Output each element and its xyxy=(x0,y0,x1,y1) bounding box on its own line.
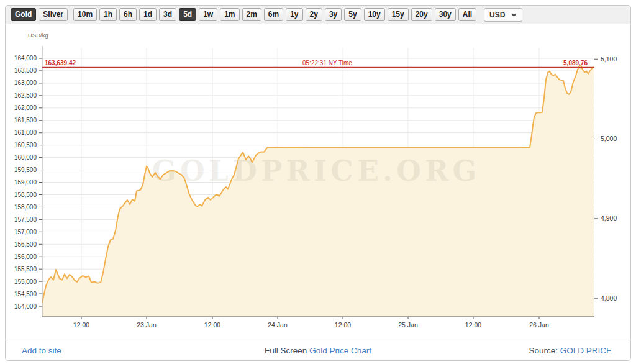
y-tick-label: 154,000 xyxy=(14,303,37,310)
y-tick-label: 160,000 xyxy=(14,154,37,161)
metal-button-silver[interactable]: Silver xyxy=(39,8,68,21)
current-price-oz-label: 5,089.76 xyxy=(563,60,588,66)
range-button-20y[interactable]: 20y xyxy=(411,8,432,21)
y-tick-label: 163,000 xyxy=(14,80,37,86)
gold-price-chart-panel: GoldSilver 10m1h6h1d3d5d1w1m2m6m1y2y3y5y… xyxy=(5,5,631,361)
y-tick-label: 160,500 xyxy=(14,142,37,148)
range-button-15y[interactable]: 15y xyxy=(388,8,409,21)
range-button-1m[interactable]: 1m xyxy=(220,8,239,21)
y-tick-label: 155,000 xyxy=(14,278,37,285)
y-tick-label: 157,500 xyxy=(14,216,37,223)
axis-unit-label: USD/kg xyxy=(28,32,48,39)
x-tick-label: 12:00 xyxy=(73,321,89,329)
range-button-3y[interactable]: 3y xyxy=(325,8,342,21)
ny-time-label: 05:22:31 NY Time xyxy=(302,60,352,66)
range-button-30y[interactable]: 30y xyxy=(435,8,456,21)
metal-button-gold[interactable]: Gold xyxy=(11,8,36,21)
range-button-2m[interactable]: 2m xyxy=(242,8,261,21)
y-tick-label: 157,000 xyxy=(14,229,37,235)
y-tick-label: 164,000 xyxy=(14,55,37,61)
price-area-fill xyxy=(42,65,594,317)
y2-tick-label: 4,900 xyxy=(601,214,617,222)
price-chart: GOLDPRICE.ORG154,000154,500155,000155,50… xyxy=(6,24,630,340)
range-button-6m[interactable]: 6m xyxy=(264,8,283,21)
range-button-2y[interactable]: 2y xyxy=(306,8,322,21)
x-tick-label: 26 Jan xyxy=(529,321,549,329)
range-button-5y[interactable]: 5y xyxy=(344,8,361,21)
footer-center: Full Screen Gold Price Chart xyxy=(6,346,630,355)
y-tick-label: 158,500 xyxy=(14,191,37,198)
range-button-6h[interactable]: 6h xyxy=(119,8,137,21)
range-button-1w[interactable]: 1w xyxy=(199,8,217,21)
range-button-3d[interactable]: 3d xyxy=(159,8,176,21)
chart-footer: Add to site Full Screen Gold Price Chart… xyxy=(6,340,630,360)
chevron-down-icon xyxy=(511,13,517,17)
y-tick-label: 159,000 xyxy=(14,179,37,186)
currency-select-value: USD xyxy=(489,11,505,19)
range-button-group: 10m1h6h1d3d5d1w1m2m6m1y2y3y5y10y15y20y30… xyxy=(73,8,479,21)
goldprice-watermark: GOLDPRICE.ORG xyxy=(152,154,480,188)
y-tick-label: 162,000 xyxy=(14,104,37,111)
y2-tick-label: 5,000 xyxy=(601,135,617,142)
y-tick-label: 163,500 xyxy=(14,67,37,74)
y-tick-label: 156,500 xyxy=(14,241,37,248)
y-tick-label: 161,500 xyxy=(14,117,37,124)
x-tick-label: 24 Jan xyxy=(268,321,288,329)
price-chart-svg: GOLDPRICE.ORG154,000154,500155,000155,50… xyxy=(6,24,630,340)
x-tick-label: 12:00 xyxy=(335,321,351,329)
y-tick-label: 154,500 xyxy=(14,291,37,298)
y2-tick-label: 5,100 xyxy=(601,55,617,63)
metal-button-group: GoldSilver xyxy=(11,8,73,21)
range-button-all[interactable]: All xyxy=(458,8,476,21)
x-tick-label: 25 Jan xyxy=(398,321,418,329)
range-button-10y[interactable]: 10y xyxy=(364,8,385,21)
gold-price-chart-link[interactable]: Gold Price Chart xyxy=(309,346,371,355)
y-tick-label: 156,000 xyxy=(14,253,37,260)
range-button-1y[interactable]: 1y xyxy=(286,8,302,21)
range-button-10m[interactable]: 10m xyxy=(73,8,97,21)
full-screen-label: Full Screen xyxy=(265,346,307,355)
x-tick-label: 12:00 xyxy=(204,321,220,329)
y-tick-label: 161,000 xyxy=(14,129,37,136)
y2-tick-label: 4,800 xyxy=(601,294,617,302)
x-tick-label: 12:00 xyxy=(465,321,481,329)
range-button-1h[interactable]: 1h xyxy=(99,8,117,21)
range-button-5d[interactable]: 5d xyxy=(179,8,196,21)
chart-toolbar: GoldSilver 10m1h6h1d3d5d1w1m2m6m1y2y3y5y… xyxy=(6,6,630,24)
y-tick-label: 159,500 xyxy=(14,166,37,173)
x-tick-label: 23 Jan xyxy=(137,321,157,329)
y-tick-label: 155,500 xyxy=(14,266,37,273)
y-tick-label: 158,000 xyxy=(14,204,37,211)
range-button-1d[interactable]: 1d xyxy=(139,8,157,21)
currency-select[interactable]: USD xyxy=(484,8,522,22)
current-price-kg-label: 163,639.42 xyxy=(45,60,76,66)
y-tick-label: 162,500 xyxy=(14,92,37,99)
